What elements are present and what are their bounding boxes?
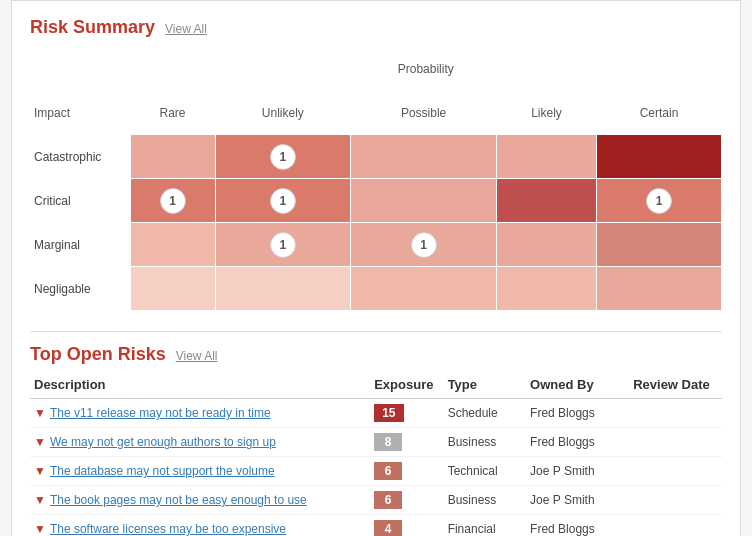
risk-owned-by-cell: Fred Bloggs <box>526 428 629 457</box>
risk-review-date-cell <box>629 457 722 486</box>
top-risks-view-all[interactable]: View All <box>176 349 218 363</box>
risk-summary-header: Risk Summary View All <box>30 17 722 38</box>
th-type: Type <box>444 373 526 399</box>
risk-description-cell: ▼The database may not support the volume <box>30 457 370 486</box>
cell-badge: 1 <box>270 188 296 214</box>
risk-exposure-cell: 6 <box>370 457 443 486</box>
risk-type-cell: Financial <box>444 515 526 537</box>
risk-link[interactable]: We may not get enough authors to sign up <box>50 435 276 449</box>
risk-type-cell: Business <box>444 486 526 515</box>
risk-triangle-icon: ▼ <box>34 493 46 507</box>
matrix-cell[interactable]: 1 <box>215 223 351 267</box>
risk-exposure-cell: 6 <box>370 486 443 515</box>
matrix-cell[interactable] <box>351 135 497 179</box>
top-risks-title: Top Open Risks <box>30 344 166 365</box>
risk-review-date-cell <box>629 428 722 457</box>
matrix-cell[interactable]: 1 <box>596 179 721 223</box>
unlikely-col-header: Unlikely <box>215 91 351 135</box>
exposure-badge: 6 <box>374 491 402 509</box>
risk-owned-by-cell: Joe P Smith <box>526 457 629 486</box>
th-review-date: Review Date <box>629 373 722 399</box>
matrix-cell[interactable] <box>596 223 721 267</box>
table-row: ▼The database may not support the volume… <box>30 457 722 486</box>
table-row: ▼We may not get enough authors to sign u… <box>30 428 722 457</box>
top-risks-header: Top Open Risks View All <box>30 344 722 365</box>
section-divider <box>30 331 722 332</box>
exposure-badge: 8 <box>374 433 402 451</box>
risk-type-cell: Schedule <box>444 399 526 428</box>
risk-description-cell: ▼We may not get enough authors to sign u… <box>30 428 370 457</box>
risk-link[interactable]: The book pages may not be easy enough to… <box>50 493 307 507</box>
risk-triangle-icon: ▼ <box>34 406 46 420</box>
impact-label: Negligable <box>30 267 130 311</box>
impact-label: Critical <box>30 179 130 223</box>
risk-description-cell: ▼The book pages may not be easy enough t… <box>30 486 370 515</box>
rare-col-header: Rare <box>130 91 215 135</box>
exposure-badge: 15 <box>374 404 403 422</box>
risk-description-cell: ▼The software licenses may be too expens… <box>30 515 370 537</box>
table-row: ▼The v11 release may not be ready in tim… <box>30 399 722 428</box>
main-container: Risk Summary View All Probability Impact… <box>11 0 741 536</box>
risk-exposure-cell: 4 <box>370 515 443 537</box>
risk-review-date-cell <box>629 486 722 515</box>
matrix-cell[interactable]: 1 <box>351 223 497 267</box>
matrix-cell[interactable] <box>497 179 597 223</box>
risk-link[interactable]: The v11 release may not be ready in time <box>50 406 271 420</box>
matrix-cell[interactable] <box>130 267 215 311</box>
matrix-cell[interactable]: 1 <box>215 135 351 179</box>
matrix-row: Critical111 <box>30 179 722 223</box>
risk-owned-by-cell: Fred Bloggs <box>526 399 629 428</box>
matrix-cell[interactable] <box>497 223 597 267</box>
matrix-cell[interactable] <box>596 267 721 311</box>
matrix-cell[interactable] <box>215 267 351 311</box>
likely-col-header: Likely <box>497 91 597 135</box>
impact-label: Catastrophic <box>30 135 130 179</box>
matrix-row: Catastrophic1 <box>30 135 722 179</box>
risk-link[interactable]: The database may not support the volume <box>50 464 275 478</box>
matrix-cell[interactable] <box>130 135 215 179</box>
cell-badge: 1 <box>411 232 437 258</box>
th-description: Description <box>30 373 370 399</box>
cell-badge: 1 <box>270 232 296 258</box>
risk-exposure-cell: 8 <box>370 428 443 457</box>
matrix-cell[interactable]: 1 <box>130 179 215 223</box>
certain-col-header: Certain <box>596 91 721 135</box>
possible-col-header: Possible <box>351 91 497 135</box>
th-owned-by: Owned By <box>526 373 629 399</box>
matrix-cell[interactable] <box>497 267 597 311</box>
table-row: ▼The book pages may not be easy enough t… <box>30 486 722 515</box>
matrix-cell[interactable]: 1 <box>215 179 351 223</box>
th-exposure: Exposure <box>370 373 443 399</box>
risk-review-date-cell <box>629 515 722 537</box>
probability-header: Probability <box>130 47 722 91</box>
cell-badge: 1 <box>646 188 672 214</box>
risk-triangle-icon: ▼ <box>34 464 46 478</box>
impact-col-label: Impact <box>30 91 130 135</box>
risk-summary-title: Risk Summary <box>30 17 155 38</box>
risk-review-date-cell <box>629 399 722 428</box>
risk-triangle-icon: ▼ <box>34 522 46 536</box>
risk-description-cell: ▼The v11 release may not be ready in tim… <box>30 399 370 428</box>
matrix-cell[interactable] <box>130 223 215 267</box>
matrix-row: Marginal11 <box>30 223 722 267</box>
impact-label: Marginal <box>30 223 130 267</box>
risk-type-cell: Technical <box>444 457 526 486</box>
matrix-table: Probability Impact Rare Unlikely Possibl… <box>30 46 722 311</box>
cell-badge: 1 <box>270 144 296 170</box>
risks-table: Description Exposure Type Owned By Revie… <box>30 373 722 536</box>
risk-triangle-icon: ▼ <box>34 435 46 449</box>
matrix-cell[interactable] <box>351 267 497 311</box>
exposure-badge: 4 <box>374 520 402 536</box>
risk-owned-by-cell: Joe P Smith <box>526 486 629 515</box>
matrix-row: Negligable <box>30 267 722 311</box>
risk-exposure-cell: 15 <box>370 399 443 428</box>
matrix-cell[interactable] <box>497 135 597 179</box>
matrix-cell[interactable] <box>596 135 721 179</box>
risk-summary-view-all[interactable]: View All <box>165 22 207 36</box>
table-row: ▼The software licenses may be too expens… <box>30 515 722 537</box>
risk-link[interactable]: The software licenses may be too expensi… <box>50 522 286 536</box>
matrix-col-impact <box>30 47 130 91</box>
matrix-cell[interactable] <box>351 179 497 223</box>
risk-owned-by-cell: Fred Bloggs <box>526 515 629 537</box>
cell-badge: 1 <box>160 188 186 214</box>
